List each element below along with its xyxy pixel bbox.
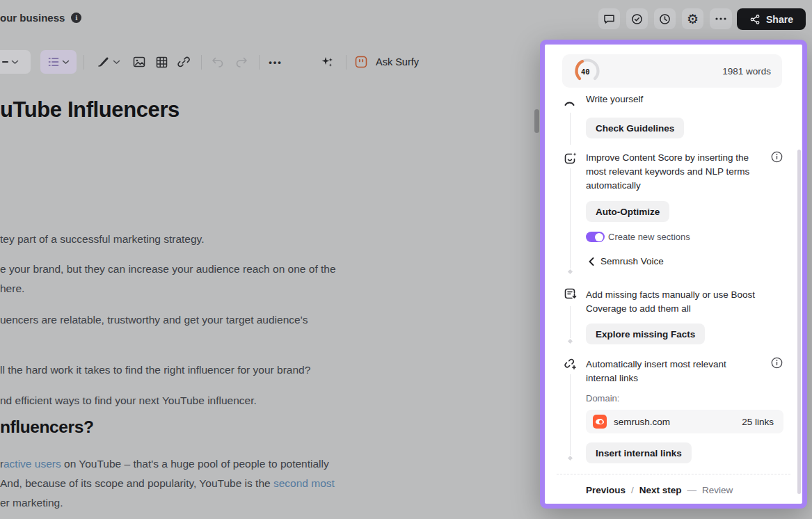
panel-scrollbar[interactable] (797, 150, 801, 494)
next-step-link[interactable]: Next step (639, 485, 682, 495)
timeline-dot (568, 339, 573, 344)
settings-button[interactable]: ⚙ (682, 8, 703, 29)
editor-toolbar: ••• Ask Surfy (0, 49, 419, 74)
toolbar-divider (83, 55, 84, 70)
pen-arc-icon (564, 98, 575, 106)
chevron-left-icon (589, 257, 594, 266)
word-count: 1981 words (722, 66, 771, 77)
timeline-connector (570, 168, 571, 269)
semrush-logo-icon (593, 415, 607, 429)
step-links-text: Automatically insert most relevant inter… (586, 358, 756, 385)
more-horizontal-icon: ••• (269, 57, 282, 67)
document-paragraph[interactable]: nactive users on YouTube – that's a huge… (0, 454, 335, 513)
next-step-name: Review (702, 485, 733, 495)
facts-document-arrow-icon (563, 287, 578, 301)
info-circle-icon[interactable] (771, 357, 783, 369)
timeline-dot (568, 269, 573, 274)
document-title: our business i (0, 12, 81, 24)
panel-scroll-area[interactable]: Write yourself Check Guidelines Improve … (545, 96, 802, 472)
inline-link[interactable]: second most (273, 477, 335, 489)
insert-table-button[interactable] (151, 50, 172, 74)
history-button[interactable] (654, 8, 676, 29)
ask-surfy-label: Ask Surfy (376, 56, 419, 67)
paragraph-style-dropdown-icon (2, 61, 8, 63)
brush-icon (96, 55, 110, 69)
brush-tool-dropdown[interactable] (93, 50, 123, 74)
document-h1[interactable]: uTube Influencers (0, 97, 180, 122)
document-scrollbar[interactable] (534, 109, 539, 133)
toggle-knob (595, 233, 603, 241)
create-sections-label: Create new sections (608, 232, 690, 242)
list-dropdown-icon (48, 57, 59, 67)
undo-icon (211, 56, 225, 68)
approve-button[interactable] (626, 8, 648, 29)
timeline-connector (570, 306, 571, 338)
step-optimize-text: Improve Content Score by inserting the m… (586, 151, 761, 193)
content-score-value: 40 (581, 67, 590, 76)
redo-icon (234, 56, 248, 68)
document-paragraph[interactable]: tey part of a successful marketing strat… (0, 230, 204, 249)
semrush-voice-link[interactable]: Semrush Voice (589, 256, 664, 266)
toolbar-divider (346, 55, 347, 70)
image-icon (132, 55, 146, 69)
list-dropdown[interactable] (40, 50, 77, 74)
toolbar-divider (201, 55, 202, 70)
auto-optimize-box-sparkle-icon (563, 152, 578, 166)
info-circle-icon[interactable] (771, 151, 783, 163)
paragraph-style-dropdown[interactable] (0, 50, 31, 74)
app-root: our business i ⚙ Share (0, 0, 812, 519)
panel-footer: Previous / Next step — Review (586, 485, 733, 495)
comment-button[interactable] (598, 8, 620, 29)
domain-row[interactable]: semrush.com 25 links (586, 410, 783, 433)
check-guidelines-button[interactable]: Check Guidelines (586, 118, 684, 138)
create-sections-toggle[interactable] (586, 232, 605, 242)
document-h2[interactable]: nfluencers? (0, 417, 93, 437)
link-icon (177, 55, 191, 69)
assistant-panel: 40 1981 words Write yourself Check Guide… (540, 40, 807, 509)
footer-separator: / (631, 485, 634, 495)
undo-button[interactable] (207, 50, 228, 74)
chevron-down-icon (113, 60, 120, 65)
auto-optimize-button[interactable]: Auto-Optimize (586, 201, 669, 222)
explore-missing-facts-button[interactable]: Explore missing Facts (586, 324, 705, 344)
document-paragraph[interactable]: uencers are relatable, trustworthy and g… (0, 310, 308, 330)
comment-icon (603, 13, 615, 25)
document-paragraph[interactable]: ll the hard work it takes to find the ri… (0, 360, 310, 380)
redo-button[interactable] (231, 50, 252, 74)
insert-link-button[interactable] (173, 50, 194, 74)
insert-image-button[interactable] (129, 50, 150, 74)
document-title-text: our business (0, 12, 65, 24)
check-circle-icon (631, 13, 643, 25)
panel-footer-divider (557, 474, 790, 474)
internal-links-chain-plus-icon (563, 356, 578, 371)
step-write-label: Write yourself (586, 96, 643, 106)
timeline-connector (570, 374, 571, 455)
ai-sparkles-button[interactable] (317, 50, 337, 74)
history-clock-icon (659, 13, 671, 25)
previous-step-link[interactable]: Previous (586, 485, 626, 495)
info-icon[interactable]: i (71, 13, 81, 23)
share-nodes-icon (749, 14, 761, 25)
sparkles-icon (319, 54, 335, 70)
toolbar-more-button[interactable]: ••• (265, 50, 286, 74)
timeline-connector (570, 113, 571, 145)
document-paragraph[interactable]: nd efficient ways to find your next YouT… (0, 391, 257, 410)
content-score-card: 40 1981 words (562, 54, 782, 88)
content-score-gauge: 40 (573, 57, 601, 85)
share-button[interactable]: Share (737, 8, 806, 30)
links-count: 25 links (742, 417, 774, 427)
inline-link[interactable]: active users (3, 458, 61, 470)
topbar-more-button[interactable] (710, 8, 732, 29)
more-horizontal-icon (715, 17, 726, 20)
document-paragraph[interactable]: e your brand, but they can increase your… (0, 260, 336, 298)
chevron-down-icon (11, 60, 19, 65)
ask-surfy-button[interactable]: Ask Surfy (355, 50, 419, 74)
share-button-label: Share (766, 14, 793, 25)
footer-dash: — (687, 485, 697, 495)
domain-name: semrush.com (614, 417, 735, 427)
timeline-dot (568, 456, 573, 461)
domain-label: Domain: (586, 393, 619, 404)
insert-internal-links-button[interactable]: Insert internal links (586, 442, 692, 463)
semrush-voice-label: Semrush Voice (600, 256, 664, 266)
chevron-down-icon (62, 60, 70, 65)
